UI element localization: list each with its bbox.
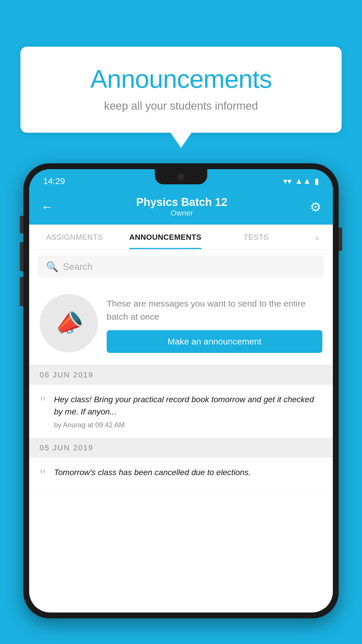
announcement-text-2: Tomorrow's class has been cancelled due …: [54, 466, 322, 479]
speech-bubble-wrapper: Announcements keep all your students inf…: [20, 47, 342, 148]
promo-section: 📣 These are messages you want to send to…: [29, 284, 333, 365]
tab-bar: ASSIGNMENTS ANNOUNCEMENTS TESTS ›: [29, 225, 333, 250]
tab-announcements[interactable]: ANNOUNCEMENTS: [120, 225, 211, 249]
header-title-block: Physics Batch 12 Owner: [136, 196, 227, 218]
announcement-meta-1: by Anurag at 09:42 AM: [54, 421, 322, 429]
search-icon: 🔍: [46, 261, 58, 272]
search-input[interactable]: Search: [63, 261, 92, 272]
status-icons: ▾▾ ▲▲ ▮: [283, 176, 319, 186]
promo-content: These are messages you want to send to t…: [107, 294, 322, 353]
promo-description: These are messages you want to send to t…: [107, 297, 322, 323]
phone-outer: 14:29 ▾▾ ▲▲ ▮ ← Physics Batch 12 Owner ⚙…: [23, 163, 339, 618]
settings-icon[interactable]: ⚙: [310, 200, 321, 214]
announcement-text-1: Hey class! Bring your practical record b…: [54, 393, 322, 418]
header-batch-title: Physics Batch 12: [136, 196, 227, 209]
announcement-item-1: " Hey class! Bring your practical record…: [29, 385, 333, 438]
phone-wrapper: 14:29 ▾▾ ▲▲ ▮ ← Physics Batch 12 Owner ⚙…: [23, 163, 339, 644]
quote-icon-2: ": [40, 468, 46, 483]
megaphone-icon: 📣: [51, 306, 87, 340]
date-header-1: 06 JUN 2019: [29, 365, 333, 385]
phone-screen: 14:29 ▾▾ ▲▲ ▮ ← Physics Batch 12 Owner ⚙…: [29, 169, 333, 612]
tab-more[interactable]: ›: [302, 225, 333, 249]
status-time: 14:29: [43, 176, 65, 186]
app-header: ← Physics Batch 12 Owner ⚙: [29, 190, 333, 225]
back-button[interactable]: ←: [41, 200, 54, 213]
tab-tests[interactable]: TESTS: [211, 225, 302, 249]
announcements-title: Announcements: [44, 64, 318, 94]
make-announcement-button[interactable]: Make an announcement: [107, 330, 322, 353]
quote-icon-1: ": [40, 395, 46, 410]
phone-notch: [155, 169, 207, 184]
power-button: [339, 228, 342, 251]
date-header-2: 05 JUN 2019: [29, 438, 333, 458]
volume-down-button: [20, 277, 23, 306]
announcement-content-1: Hey class! Bring your practical record b…: [54, 393, 322, 429]
announcement-item-2: " Tomorrow's class has been cancelled du…: [29, 458, 333, 492]
speech-bubble-card: Announcements keep all your students inf…: [20, 47, 342, 133]
announcements-subtitle: keep all your students informed: [44, 100, 318, 112]
battery-icon: ▮: [314, 176, 319, 186]
search-bar[interactable]: 🔍 Search: [38, 256, 324, 278]
mute-button: [20, 216, 23, 233]
header-batch-subtitle: Owner: [136, 209, 227, 218]
search-container: 🔍 Search: [29, 250, 333, 284]
volume-up-button: [20, 242, 23, 271]
camera-dot: [178, 174, 184, 180]
wifi-icon: ▾▾: [283, 176, 291, 186]
announcement-content-2: Tomorrow's class has been cancelled due …: [54, 466, 322, 482]
tab-assignments[interactable]: ASSIGNMENTS: [29, 225, 120, 249]
bubble-tail: [171, 133, 191, 148]
signal-icon: ▲▲: [295, 176, 311, 186]
promo-icon-circle: 📣: [40, 294, 98, 352]
